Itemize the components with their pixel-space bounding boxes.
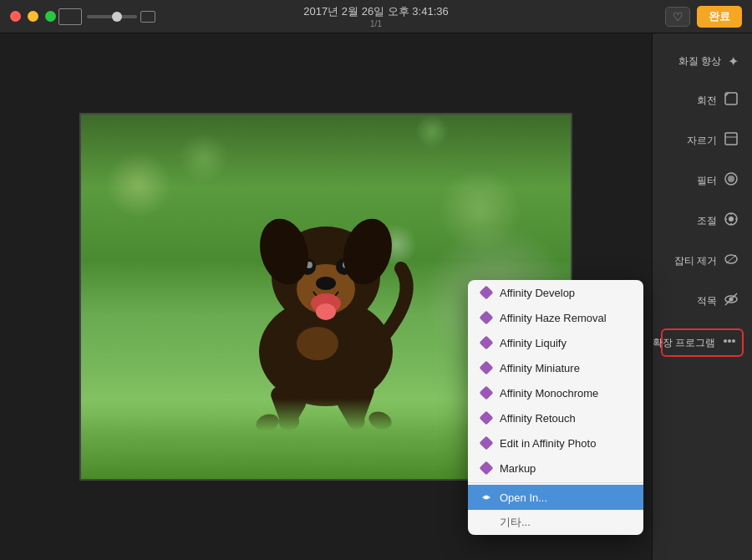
menu-divider: [468, 482, 643, 483]
quality-icon: ✦: [728, 53, 739, 69]
sidebar-item-redeye[interactable]: 적목: [661, 288, 744, 313]
menu-item-affinity-develop[interactable]: Affinity Develop: [468, 280, 643, 305]
svg-point-9: [316, 303, 336, 320]
svg-point-25: [729, 216, 734, 221]
svg-point-12: [297, 327, 338, 360]
bokeh-1: [105, 151, 172, 218]
rotate-icon: [724, 91, 739, 109]
done-button[interactable]: 완료: [697, 6, 742, 28]
svg-rect-20: [725, 133, 737, 145]
heart-button[interactable]: ♡: [665, 7, 690, 27]
heart-icon: ♡: [673, 10, 683, 23]
svg-point-7: [316, 277, 336, 290]
markup-icon: [480, 461, 493, 475]
affinity-photo-icon: [480, 436, 493, 450]
menu-item-affinity-photo[interactable]: Edit in Affinity Photo: [468, 430, 643, 456]
menu-item-other[interactable]: 기타...: [468, 510, 643, 535]
affinity-haze-icon: [480, 311, 493, 324]
slider-end-icon: [140, 11, 155, 23]
affinity-develop-icon: [480, 286, 493, 299]
crop-icon: [724, 131, 739, 150]
slider-widget[interactable]: [87, 11, 155, 23]
menu-item-affinity-liquify[interactable]: Affinity Liquify: [468, 330, 643, 355]
maximize-button[interactable]: [45, 11, 56, 22]
svg-point-37: [732, 339, 735, 343]
svg-point-23: [728, 176, 734, 182]
svg-line-34: [725, 293, 737, 305]
menu-item-affinity-haze[interactable]: Affinity Haze Removal: [468, 305, 643, 330]
svg-point-38: [485, 496, 488, 499]
titlebar: 2017년 2월 26일 오후 3:41:36 1/1 ♡ 완료: [0, 0, 752, 33]
adjust-icon: [724, 211, 739, 230]
svg-point-36: [728, 339, 731, 343]
redeye-icon: [724, 292, 739, 310]
sidebar-item-retouch[interactable]: 잡티 제거: [661, 248, 744, 273]
sidebar-item-extensions[interactable]: 확장 프로그램: [661, 328, 744, 357]
right-sidebar: 화질 향상 ✦ 회전 자르기 필터 조절: [652, 33, 752, 560]
menu-item-open-in[interactable]: Open In...: [468, 485, 643, 510]
menu-item-affinity-retouch[interactable]: Affinity Retouch: [468, 405, 643, 430]
window-icon-area: [58, 8, 155, 25]
titlebar-subtitle: 1/1: [370, 19, 382, 28]
window-icon: [58, 8, 82, 25]
svg-point-35: [724, 339, 727, 343]
extensions-icon: [722, 333, 737, 352]
affinity-liquify-icon: [480, 336, 493, 349]
titlebar-center: 2017년 2월 26일 오후 3:41:36 1/1: [303, 4, 448, 28]
affinity-retouch-icon: [480, 411, 493, 425]
slider-thumb: [112, 12, 122, 22]
bokeh-5: [415, 115, 449, 148]
menu-item-affinity-monochrome[interactable]: Affinity Monochrome: [468, 380, 643, 405]
filter-icon: [724, 171, 739, 190]
titlebar-title: 2017년 2월 26일 오후 3:41:36: [303, 4, 448, 19]
sidebar-item-rotate[interactable]: 회전: [661, 88, 744, 113]
sidebar-item-quality[interactable]: 화질 향상 ✦: [661, 50, 744, 73]
affinity-miniature-icon: [480, 361, 493, 374]
sidebar-item-filter[interactable]: 필터: [661, 168, 744, 193]
open-in-icon: [480, 491, 493, 504]
menu-item-markup[interactable]: Markup: [468, 456, 643, 481]
affinity-monochrome-icon: [480, 386, 493, 400]
close-button[interactable]: [10, 11, 21, 22]
slider-track: [87, 15, 137, 18]
context-menu: Affinity Develop Affinity Haze Removal A…: [468, 280, 643, 535]
sidebar-item-crop[interactable]: 자르기: [661, 128, 744, 153]
retouch-icon: [724, 252, 739, 270]
window-controls: [10, 11, 56, 22]
minimize-button[interactable]: [28, 11, 38, 22]
sidebar-item-adjust[interactable]: 조절: [661, 208, 744, 233]
menu-item-affinity-miniature[interactable]: Affinity Miniature: [468, 355, 643, 380]
titlebar-right: ♡ 완료: [665, 6, 742, 28]
